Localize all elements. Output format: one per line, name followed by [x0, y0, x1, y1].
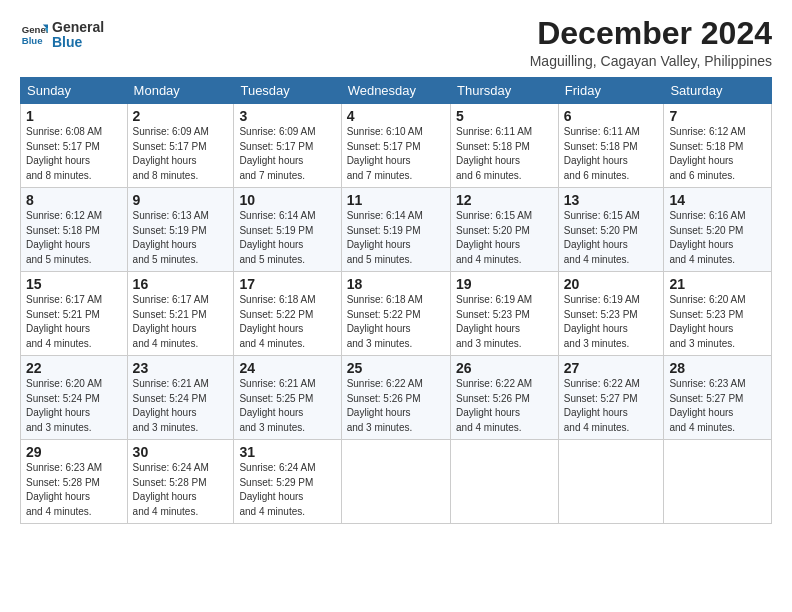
day-number: 2: [133, 108, 229, 124]
day-info: Sunrise: 6:15 AMSunset: 5:20 PMDaylight …: [564, 209, 659, 267]
day-info: Sunrise: 6:15 AMSunset: 5:20 PMDaylight …: [456, 209, 553, 267]
day-number: 17: [239, 276, 335, 292]
day-info: Sunrise: 6:09 AMSunset: 5:17 PMDaylight …: [239, 125, 335, 183]
col-sunday: Sunday: [21, 78, 128, 104]
day-number: 31: [239, 444, 335, 460]
table-row: 24 Sunrise: 6:21 AMSunset: 5:25 PMDaylig…: [234, 356, 341, 440]
day-info: Sunrise: 6:21 AMSunset: 5:25 PMDaylight …: [239, 377, 335, 435]
col-monday: Monday: [127, 78, 234, 104]
day-number: 14: [669, 192, 766, 208]
col-wednesday: Wednesday: [341, 78, 450, 104]
table-row: 16 Sunrise: 6:17 AMSunset: 5:21 PMDaylig…: [127, 272, 234, 356]
table-row: 25 Sunrise: 6:22 AMSunset: 5:26 PMDaylig…: [341, 356, 450, 440]
table-row: 13 Sunrise: 6:15 AMSunset: 5:20 PMDaylig…: [558, 188, 664, 272]
calendar-week-1: 1 Sunrise: 6:08 AMSunset: 5:17 PMDayligh…: [21, 104, 772, 188]
col-tuesday: Tuesday: [234, 78, 341, 104]
day-info: Sunrise: 6:24 AMSunset: 5:28 PMDaylight …: [133, 461, 229, 519]
day-info: Sunrise: 6:14 AMSunset: 5:19 PMDaylight …: [239, 209, 335, 267]
day-number: 18: [347, 276, 445, 292]
table-row: 27 Sunrise: 6:22 AMSunset: 5:27 PMDaylig…: [558, 356, 664, 440]
svg-text:General: General: [22, 25, 48, 36]
table-row: 21 Sunrise: 6:20 AMSunset: 5:23 PMDaylig…: [664, 272, 772, 356]
day-number: 11: [347, 192, 445, 208]
table-row: 4 Sunrise: 6:10 AMSunset: 5:17 PMDayligh…: [341, 104, 450, 188]
table-row: 9 Sunrise: 6:13 AMSunset: 5:19 PMDayligh…: [127, 188, 234, 272]
day-number: 7: [669, 108, 766, 124]
page-container: General Blue General Blue December 2024 …: [0, 0, 792, 534]
table-row: 10 Sunrise: 6:14 AMSunset: 5:19 PMDaylig…: [234, 188, 341, 272]
table-row: 26 Sunrise: 6:22 AMSunset: 5:26 PMDaylig…: [451, 356, 559, 440]
table-row: 3 Sunrise: 6:09 AMSunset: 5:17 PMDayligh…: [234, 104, 341, 188]
calendar-week-2: 8 Sunrise: 6:12 AMSunset: 5:18 PMDayligh…: [21, 188, 772, 272]
table-row: 1 Sunrise: 6:08 AMSunset: 5:17 PMDayligh…: [21, 104, 128, 188]
day-number: 22: [26, 360, 122, 376]
day-info: Sunrise: 6:13 AMSunset: 5:19 PMDaylight …: [133, 209, 229, 267]
day-number: 9: [133, 192, 229, 208]
day-number: 15: [26, 276, 122, 292]
day-info: Sunrise: 6:17 AMSunset: 5:21 PMDaylight …: [26, 293, 122, 351]
day-number: 27: [564, 360, 659, 376]
table-row: 19 Sunrise: 6:19 AMSunset: 5:23 PMDaylig…: [451, 272, 559, 356]
col-friday: Friday: [558, 78, 664, 104]
table-row: [341, 440, 450, 524]
day-number: 1: [26, 108, 122, 124]
calendar-header: Sunday Monday Tuesday Wednesday Thursday…: [21, 78, 772, 104]
day-number: 16: [133, 276, 229, 292]
day-number: 29: [26, 444, 122, 460]
day-info: Sunrise: 6:21 AMSunset: 5:24 PMDaylight …: [133, 377, 229, 435]
day-info: Sunrise: 6:08 AMSunset: 5:17 PMDaylight …: [26, 125, 122, 183]
day-number: 25: [347, 360, 445, 376]
day-info: Sunrise: 6:24 AMSunset: 5:29 PMDaylight …: [239, 461, 335, 519]
day-info: Sunrise: 6:11 AMSunset: 5:18 PMDaylight …: [564, 125, 659, 183]
day-info: Sunrise: 6:17 AMSunset: 5:21 PMDaylight …: [133, 293, 229, 351]
day-info: Sunrise: 6:22 AMSunset: 5:26 PMDaylight …: [456, 377, 553, 435]
col-saturday: Saturday: [664, 78, 772, 104]
calendar-week-4: 22 Sunrise: 6:20 AMSunset: 5:24 PMDaylig…: [21, 356, 772, 440]
day-info: Sunrise: 6:10 AMSunset: 5:17 PMDaylight …: [347, 125, 445, 183]
day-info: Sunrise: 6:22 AMSunset: 5:27 PMDaylight …: [564, 377, 659, 435]
calendar-week-3: 15 Sunrise: 6:17 AMSunset: 5:21 PMDaylig…: [21, 272, 772, 356]
table-row: 12 Sunrise: 6:15 AMSunset: 5:20 PMDaylig…: [451, 188, 559, 272]
table-row: 30 Sunrise: 6:24 AMSunset: 5:28 PMDaylig…: [127, 440, 234, 524]
table-row: 23 Sunrise: 6:21 AMSunset: 5:24 PMDaylig…: [127, 356, 234, 440]
day-info: Sunrise: 6:18 AMSunset: 5:22 PMDaylight …: [347, 293, 445, 351]
table-row: [664, 440, 772, 524]
day-number: 13: [564, 192, 659, 208]
day-number: 8: [26, 192, 122, 208]
page-title: December 2024: [530, 16, 772, 51]
table-row: 28 Sunrise: 6:23 AMSunset: 5:27 PMDaylig…: [664, 356, 772, 440]
table-row: 5 Sunrise: 6:11 AMSunset: 5:18 PMDayligh…: [451, 104, 559, 188]
day-info: Sunrise: 6:12 AMSunset: 5:18 PMDaylight …: [26, 209, 122, 267]
day-info: Sunrise: 6:16 AMSunset: 5:20 PMDaylight …: [669, 209, 766, 267]
table-row: 14 Sunrise: 6:16 AMSunset: 5:20 PMDaylig…: [664, 188, 772, 272]
table-row: [558, 440, 664, 524]
day-info: Sunrise: 6:19 AMSunset: 5:23 PMDaylight …: [456, 293, 553, 351]
table-row: 22 Sunrise: 6:20 AMSunset: 5:24 PMDaylig…: [21, 356, 128, 440]
day-number: 24: [239, 360, 335, 376]
calendar-body: 1 Sunrise: 6:08 AMSunset: 5:17 PMDayligh…: [21, 104, 772, 524]
title-block: December 2024 Maguilling, Cagayan Valley…: [530, 16, 772, 69]
day-info: Sunrise: 6:20 AMSunset: 5:23 PMDaylight …: [669, 293, 766, 351]
day-number: 30: [133, 444, 229, 460]
header-row: Sunday Monday Tuesday Wednesday Thursday…: [21, 78, 772, 104]
day-number: 19: [456, 276, 553, 292]
logo: General Blue General Blue: [20, 20, 104, 51]
table-row: 11 Sunrise: 6:14 AMSunset: 5:19 PMDaylig…: [341, 188, 450, 272]
day-info: Sunrise: 6:23 AMSunset: 5:28 PMDaylight …: [26, 461, 122, 519]
table-row: [451, 440, 559, 524]
day-info: Sunrise: 6:23 AMSunset: 5:27 PMDaylight …: [669, 377, 766, 435]
calendar-week-5: 29 Sunrise: 6:23 AMSunset: 5:28 PMDaylig…: [21, 440, 772, 524]
table-row: 29 Sunrise: 6:23 AMSunset: 5:28 PMDaylig…: [21, 440, 128, 524]
svg-text:Blue: Blue: [22, 35, 43, 46]
table-row: 8 Sunrise: 6:12 AMSunset: 5:18 PMDayligh…: [21, 188, 128, 272]
day-number: 23: [133, 360, 229, 376]
day-number: 10: [239, 192, 335, 208]
page-subtitle: Maguilling, Cagayan Valley, Philippines: [530, 53, 772, 69]
day-number: 12: [456, 192, 553, 208]
day-info: Sunrise: 6:19 AMSunset: 5:23 PMDaylight …: [564, 293, 659, 351]
day-number: 26: [456, 360, 553, 376]
day-number: 4: [347, 108, 445, 124]
table-row: 6 Sunrise: 6:11 AMSunset: 5:18 PMDayligh…: [558, 104, 664, 188]
day-info: Sunrise: 6:20 AMSunset: 5:24 PMDaylight …: [26, 377, 122, 435]
calendar-table: Sunday Monday Tuesday Wednesday Thursday…: [20, 77, 772, 524]
